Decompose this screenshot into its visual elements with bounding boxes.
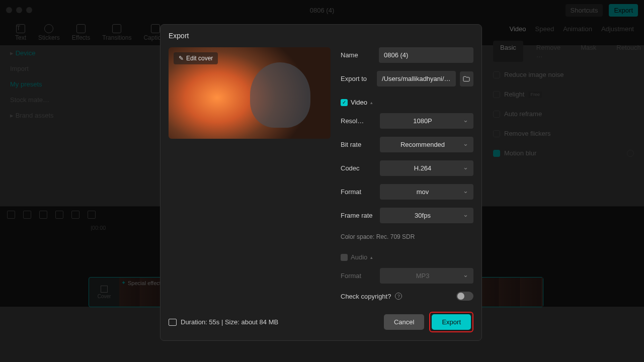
codec-select[interactable]: H.264 (380, 160, 473, 176)
format-select[interactable]: mov (380, 184, 473, 200)
check-copyright-label: Check copyright? (341, 293, 391, 300)
sidebar: Device Import My presets Stock mate… Bra… (5, 45, 70, 123)
export-highlight: Export (429, 312, 473, 332)
crop-tool[interactable] (88, 211, 96, 219)
rtab-video[interactable]: Video (510, 25, 526, 33)
export-button-top[interactable]: Export (609, 4, 638, 17)
film-icon (169, 319, 177, 326)
timecode: |00:00 (91, 225, 106, 231)
window-title: 0806 (4) (310, 7, 334, 14)
subtab-remove[interactable]: Remove … (529, 41, 568, 62)
tab-stickers[interactable]: Stickers (38, 24, 60, 41)
cover-button[interactable]: Cover (89, 278, 119, 307)
rtab-speed[interactable]: Speed (535, 25, 554, 33)
export-path: /Users/mallikadhyani/… (377, 71, 456, 86)
undo-tool[interactable] (23, 211, 31, 219)
cancel-button[interactable]: Cancel (384, 314, 424, 330)
resolution-label: Resol… (341, 117, 376, 125)
bitrate-label: Bit rate (341, 141, 376, 148)
collapse-icon: ▴ (370, 100, 373, 105)
pointer-tool[interactable] (7, 211, 15, 219)
subtab-mask[interactable]: Mask (574, 41, 603, 62)
window-controls[interactable] (6, 7, 32, 13)
video-checkbox[interactable]: ✓ (341, 99, 348, 106)
subtab-basic[interactable]: Basic (493, 41, 523, 62)
rtab-animation[interactable]: Animation (563, 25, 592, 33)
audio-format-select: MP3 (380, 268, 473, 284)
cover-preview: ✎ Edit cover (169, 47, 331, 139)
rtab-adjustment[interactable]: Adjustment (601, 25, 634, 33)
name-label: Name (341, 51, 375, 59)
duration-info: Duration: 55s | Size: about 84 MB (169, 318, 278, 326)
bitrate-select[interactable]: Recommended (380, 137, 473, 152)
tab-transitions[interactable]: Transitions (102, 24, 131, 41)
opt-motion-blur[interactable]: Motion blur (488, 143, 639, 163)
sidebar-import[interactable]: Import (5, 61, 70, 76)
copyright-toggle[interactable] (456, 292, 473, 301)
info-icon[interactable]: ? (395, 293, 402, 300)
sidebar-brand[interactable]: Brand assets (5, 108, 70, 123)
audio-format-label: Format (341, 272, 376, 280)
opt-auto-reframe[interactable]: Auto reframe (488, 104, 639, 124)
name-input[interactable] (379, 47, 473, 63)
sidebar-presets[interactable]: My presets (5, 76, 70, 92)
resolution-select[interactable]: 1080P (380, 113, 473, 129)
format-label: Format (341, 188, 376, 196)
title-bar: 0806 (4) Shortcuts Export (0, 0, 644, 20)
tool-a[interactable] (55, 211, 63, 219)
edit-cover-button[interactable]: ✎ Edit cover (174, 52, 218, 64)
audio-checkbox[interactable] (341, 254, 348, 261)
video-section[interactable]: ✓ Video ▴ (341, 99, 473, 106)
sidebar-device[interactable]: Device (5, 45, 70, 61)
export-dialog: Export ✎ Edit cover Name Export to /User… (160, 24, 482, 341)
opt-remove-flickers[interactable]: Remove flickers (488, 124, 639, 143)
color-space: Color space: Rec. 709 SDR (341, 233, 473, 240)
opt-relight[interactable]: RelightFree (488, 84, 639, 104)
tab-effects[interactable]: Effects (72, 24, 90, 41)
opt-reduce-noise[interactable]: Reduce image noise (488, 65, 639, 84)
refresh-icon[interactable] (627, 150, 634, 157)
shortcuts-button[interactable]: Shortcuts (566, 4, 603, 17)
tool-b[interactable] (71, 211, 79, 219)
pencil-icon: ✎ (179, 55, 184, 62)
framerate-label: Frame rate (341, 212, 376, 219)
codec-label: Codec (341, 164, 376, 172)
sidebar-stock[interactable]: Stock mate… (5, 92, 70, 108)
subtab-retouch[interactable]: Retouch (609, 41, 644, 62)
framerate-select[interactable]: 30fps (380, 208, 473, 223)
browse-folder-button[interactable] (460, 71, 473, 86)
folder-icon (462, 75, 470, 83)
export-button[interactable]: Export (432, 314, 471, 330)
dialog-title: Export (160, 25, 481, 47)
audio-section[interactable]: Audio ▴ (341, 253, 473, 261)
inspector: Video Speed Animation Adjustment Basic R… (488, 20, 639, 163)
split-tool[interactable] (39, 211, 47, 219)
collapse-icon: ▴ (370, 255, 373, 260)
tab-text[interactable]: TText (15, 24, 26, 41)
export-to-label: Export to (341, 75, 373, 82)
